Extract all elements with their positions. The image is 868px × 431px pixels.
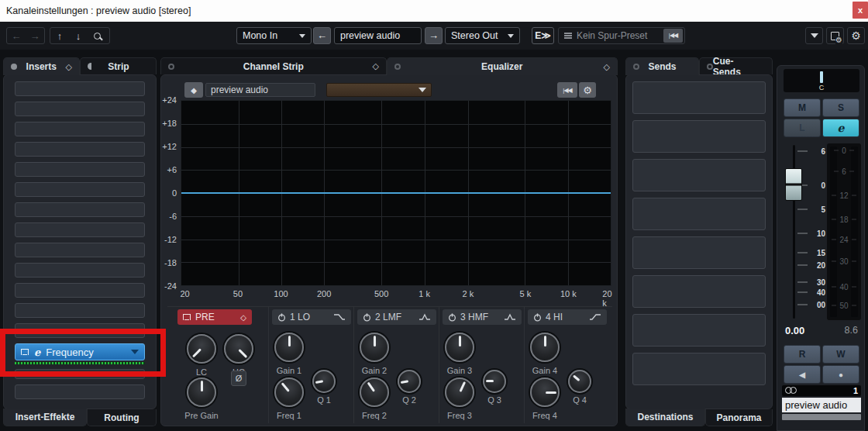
send-slot[interactable]: [632, 81, 766, 114]
goto-input-button[interactable]: ←: [313, 27, 331, 44]
gridline: [181, 170, 611, 171]
send-slot[interactable]: [632, 159, 766, 191]
search-icon[interactable]: [94, 33, 101, 40]
nav-history-group: ← →: [6, 27, 45, 44]
low-cut-knob[interactable]: [187, 334, 216, 364]
window-setup-button[interactable]: [826, 27, 844, 44]
send-slot[interactable]: [632, 236, 766, 269]
send-slot[interactable]: [632, 314, 766, 347]
bypass-icon[interactable]: [21, 349, 29, 355]
eq-q-knob[interactable]: [398, 370, 421, 393]
back-icon[interactable]: ←: [7, 30, 26, 42]
solo-button[interactable]: S: [822, 98, 859, 117]
insert-slot[interactable]: [15, 369, 145, 379]
eq-graph[interactable]: [181, 100, 611, 286]
eq-band-button[interactable]: 2 LMF: [357, 309, 436, 325]
forward-icon[interactable]: →: [26, 30, 44, 42]
automation-write-button[interactable]: W: [822, 345, 859, 364]
eq-curve-line[interactable]: [181, 192, 611, 194]
high-cut-knob[interactable]: [224, 334, 253, 364]
insert-slot[interactable]: [15, 142, 145, 157]
eq-settings-button[interactable]: ⚙: [579, 82, 596, 98]
tab-strip[interactable]: Strip: [80, 57, 157, 74]
tab-equalizer[interactable]: Equalizer ◇: [387, 57, 618, 75]
edit-channel-button[interactable]: e: [822, 119, 859, 137]
eq-freq-knob[interactable]: [530, 378, 560, 407]
previous-channel-icon[interactable]: ↑: [50, 30, 69, 42]
phase-button[interactable]: Ø: [231, 371, 246, 386]
fader-handle[interactable]: [785, 168, 802, 201]
eq-gain-knob[interactable]: [530, 333, 560, 362]
channel-name-plate[interactable]: preview audio: [782, 398, 861, 412]
eq-q-knob[interactable]: [568, 370, 591, 393]
pan-control[interactable]: C: [784, 69, 859, 92]
insert-slot[interactable]: [15, 323, 145, 338]
send-slot[interactable]: [632, 120, 766, 153]
eq-freq-knob[interactable]: [274, 378, 304, 407]
send-slot[interactable]: [632, 353, 766, 385]
insert-slot[interactable]: [15, 162, 145, 177]
insert-slot[interactable]: [15, 283, 145, 298]
eq-freq-knob[interactable]: [360, 378, 389, 407]
insert-slot[interactable]: [15, 202, 145, 217]
peak-level-value[interactable]: 8.6: [845, 325, 858, 336]
edit-output-chain-button[interactable]: E≫: [532, 27, 554, 44]
insert-slot[interactable]: [15, 263, 145, 278]
diamond-icon: ◆: [191, 86, 197, 95]
input-routing-select[interactable]: Mono In: [236, 27, 312, 44]
insert-slot[interactable]: [15, 182, 145, 197]
monitor-button[interactable]: ◀: [784, 365, 821, 384]
tab-inserts[interactable]: Inserts ◇: [3, 57, 80, 75]
insert-slot[interactable]: [15, 122, 145, 136]
tab-channel-strip[interactable]: Channel Strip ◇: [160, 57, 387, 74]
insert-slot[interactable]: [15, 243, 145, 257]
tab-destinations[interactable]: Destinations: [625, 409, 705, 426]
tab-sends[interactable]: Sends: [625, 57, 699, 75]
goto-output-button[interactable]: →: [425, 27, 443, 44]
eq-q-knob[interactable]: [312, 370, 336, 393]
eq-q-knob[interactable]: [483, 370, 506, 393]
track-preset-control[interactable]: Kein Spur-Preset |◀◀: [558, 27, 685, 44]
output-routing-select[interactable]: Stereo Out: [445, 27, 520, 44]
fader-gain-value[interactable]: 0.00: [785, 325, 804, 336]
record-enable-button[interactable]: ●: [822, 365, 859, 384]
tab-insert-effekte[interactable]: Insert-Effekte: [3, 409, 87, 426]
reset-preset-icon[interactable]: |◀◀: [663, 29, 683, 43]
eq-freq-knob[interactable]: [445, 378, 474, 407]
toolbar: ← → ↑ ↓ Mono In ← preview audio → Stereo…: [0, 22, 868, 50]
insert-slot-frequency[interactable]: e Frequency: [15, 343, 145, 360]
eq-channel-name-field[interactable]: preview audio: [205, 83, 315, 97]
chevron-down-icon[interactable]: [131, 350, 139, 354]
eq-band-button[interactable]: 3 HMF: [443, 309, 522, 325]
tab-routing[interactable]: Routing: [87, 409, 157, 426]
tab-cue-sends[interactable]: Cue-Sends: [699, 57, 773, 74]
edit-plugin-icon[interactable]: e: [34, 347, 40, 357]
send-slot[interactable]: [632, 275, 766, 308]
eq-q-label: Q 4: [573, 395, 587, 405]
insert-slot[interactable]: [15, 222, 145, 237]
insert-slot[interactable]: [15, 81, 145, 96]
eq-band-button[interactable]: 1 LO: [272, 309, 351, 325]
pre-filters-button[interactable]: PRE ◇: [177, 309, 252, 325]
channel-name-field[interactable]: preview audio: [334, 27, 422, 44]
close-button[interactable]: x: [852, 2, 868, 19]
mute-button[interactable]: M: [784, 98, 821, 117]
eq-gain-knob[interactable]: [274, 333, 304, 362]
insert-slot[interactable]: [15, 303, 145, 318]
send-slot[interactable]: [632, 198, 766, 230]
insert-slot[interactable]: [15, 384, 145, 399]
automation-read-button[interactable]: R: [784, 345, 821, 364]
eq-compare-button[interactable]: ◆: [184, 82, 203, 98]
eq-preset-dropdown[interactable]: [326, 83, 432, 97]
layout-dropdown-button[interactable]: [805, 27, 823, 44]
next-channel-icon[interactable]: ↓: [69, 30, 88, 42]
eq-gain-knob[interactable]: [445, 333, 474, 362]
eq-reset-button[interactable]: |◀◀: [557, 82, 577, 98]
pre-gain-knob[interactable]: [187, 378, 216, 407]
settings-button[interactable]: ⚙: [847, 27, 865, 44]
eq-gain-knob[interactable]: [360, 333, 389, 362]
tab-panorama[interactable]: Panorama: [705, 409, 773, 426]
listen-button[interactable]: L: [784, 119, 821, 137]
eq-band-button[interactable]: 4 HI: [528, 309, 607, 325]
insert-slot[interactable]: [15, 102, 145, 116]
